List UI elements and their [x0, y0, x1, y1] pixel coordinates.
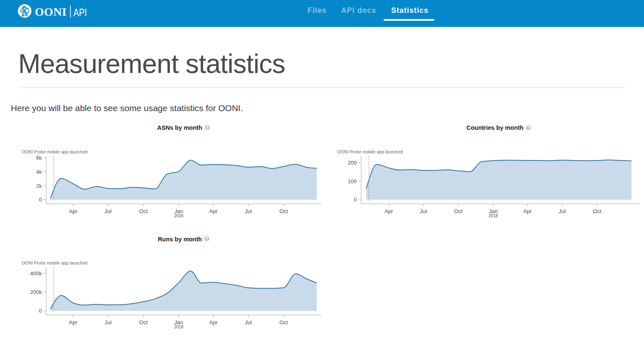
svg-text:?: ? [527, 125, 530, 130]
svg-text:Jul: Jul [245, 208, 252, 214]
svg-text:ASNs by month: ASNs by month [157, 124, 202, 131]
svg-text:?: ? [206, 125, 208, 130]
svg-text:Apr: Apr [209, 319, 218, 325]
svg-text:Apr: Apr [385, 208, 393, 214]
svg-text:Oct: Oct [593, 208, 602, 214]
svg-text:2018: 2018 [489, 214, 498, 218]
svg-text:Apr: Apr [209, 208, 218, 214]
svg-text:100: 100 [348, 178, 357, 185]
svg-text:Apr: Apr [69, 319, 77, 325]
svg-text:Oct: Oct [279, 319, 288, 325]
svg-text:?: ? [206, 236, 208, 241]
svg-text:Jul: Jul [420, 208, 427, 214]
svg-text:Oct: Oct [139, 319, 148, 325]
svg-text:2k: 2k [36, 183, 42, 189]
svg-text:Jul: Jul [245, 319, 252, 325]
svg-text:400k: 400k [30, 270, 42, 277]
svg-text:Oct: Oct [139, 208, 148, 214]
svg-text:Apr: Apr [69, 208, 77, 214]
svg-text:200: 200 [348, 160, 357, 166]
svg-text:0: 0 [39, 308, 42, 314]
svg-text:OONI Probe mobile app launched: OONI Probe mobile app launched [337, 149, 403, 154]
svg-text:OONI Probe mobile app launched: OONI Probe mobile app launched [22, 149, 87, 154]
svg-text:200k: 200k [30, 289, 42, 295]
svg-text:0: 0 [354, 197, 357, 203]
svg-text:Jul: Jul [104, 208, 111, 214]
svg-text:2018: 2018 [174, 214, 184, 218]
svg-text:0: 0 [39, 197, 42, 203]
svg-text:6k: 6k [36, 155, 42, 161]
svg-text:OONI Probe mobile app launched: OONI Probe mobile app launched [22, 260, 87, 265]
svg-text:Runs by month: Runs by month [158, 236, 202, 243]
svg-text:Oct: Oct [279, 208, 288, 214]
svg-text:Jul: Jul [559, 208, 566, 214]
svg-text:Jul: Jul [104, 319, 111, 325]
svg-text:Apr: Apr [523, 208, 532, 214]
svg-text:4k: 4k [36, 169, 42, 175]
svg-text:Oct: Oct [454, 208, 463, 214]
svg-text:Countries by month: Countries by month [466, 124, 523, 131]
svg-text:2018: 2018 [174, 325, 184, 329]
